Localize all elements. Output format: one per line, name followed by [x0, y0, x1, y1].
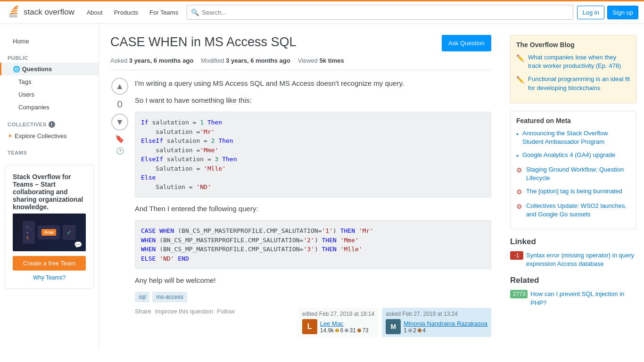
- asker-name-link[interactable]: Minonja Nandraina Razakasoa: [404, 320, 487, 327]
- left-sidebar: Home PUBLIC 🌐 Questions Tags Users Compa…: [0, 24, 99, 348]
- featured-meta-box: Featured on Meta ▪ Announcing the Stack …: [510, 111, 636, 230]
- search-icon: 🔍: [191, 8, 199, 16]
- meta-circle-icon-3: ⚙: [516, 202, 522, 212]
- sidebar-questions[interactable]: 🌐 Questions: [0, 63, 99, 75]
- meta-link-2[interactable]: Google Analytics 4 (GA4) upgrade: [522, 151, 615, 159]
- ask-question-button[interactable]: Ask Question: [442, 35, 491, 51]
- sidebar-users[interactable]: Users: [0, 88, 99, 101]
- linked-title: Linked: [510, 237, 636, 247]
- main-nav: About Products For Teams: [82, 6, 183, 19]
- signup-button[interactable]: Sign up: [607, 6, 638, 19]
- meta-link-1[interactable]: Announcing the Stack Overflow Student Am…: [522, 129, 630, 146]
- history-button[interactable]: 🕐: [116, 147, 124, 155]
- sidebar-collectives-label: COLLECTIVES i: [0, 114, 99, 130]
- question-meta: Asked 3 years, 6 months ago Modified 3 y…: [110, 57, 491, 70]
- asked-time: asked Feb 27, 2019 at 13:24: [386, 311, 487, 317]
- blog-link-2[interactable]: Functional programming is an ideal fit f…: [528, 75, 630, 92]
- pencil-icon-1: ✏️: [516, 54, 524, 63]
- svg-rect-0: [9, 16, 17, 17]
- sidebar-companies[interactable]: Companies: [0, 101, 99, 114]
- meta-link-3[interactable]: Staging Ground Workflow: Question Lifecy…: [526, 165, 630, 182]
- vote-controls: ▲ 0 ▼ 🔖 🕐: [110, 78, 129, 337]
- related-item-1: 2773 How can I prevent SQL injection in …: [510, 290, 636, 307]
- svg-rect-1: [9, 15, 17, 16]
- linked-section: Linked -1 Syntax error (missing operator…: [510, 237, 636, 268]
- logo-icon: [6, 5, 21, 20]
- silver-dot: [345, 329, 348, 332]
- code-block-1: If salutation = 1 Then salutation ='Mr' …: [135, 112, 491, 197]
- main-content: CASE WHEN in MS Access SQL Ask Question …: [99, 24, 503, 348]
- asker-rep: 1 2 4: [404, 327, 487, 334]
- asker-bronze-dot: [418, 329, 421, 332]
- right-sidebar: The Overflow Blog ✏️ What companies lose…: [503, 24, 644, 348]
- edited-time: edited Feb 27, 2019 at 18:14: [302, 311, 374, 317]
- linked-item-1: -1 Syntax error (missing operator) in qu…: [510, 251, 636, 268]
- meta-item-3: ⚙ Staging Ground Workflow: Question Life…: [516, 165, 630, 182]
- bookmark-button[interactable]: 🔖: [115, 134, 124, 143]
- nav-products[interactable]: Products: [109, 6, 143, 19]
- blog-link-1[interactable]: What companies lose when they track work…: [528, 53, 630, 70]
- editor-avatar: L: [302, 319, 317, 334]
- vote-up-button[interactable]: ▲: [111, 78, 128, 95]
- question-text-body: I'm writing a query using MS Access SQL …: [135, 78, 491, 337]
- question-tags: sql ms-access: [135, 292, 491, 302]
- question-paragraph-2: So I want to have something like this:: [135, 95, 491, 106]
- bronze-dot: [357, 329, 361, 332]
- meta-link-5[interactable]: Collectives Update: WSO2 launches, and G…: [526, 202, 630, 219]
- editor-info: L Lee Mac 14.9k 6 31 73: [302, 319, 374, 334]
- svg-rect-2: [10, 13, 17, 14]
- globe-icon: 🌐: [13, 66, 20, 73]
- follow-link[interactable]: Follow: [217, 308, 235, 315]
- tag-sql[interactable]: sql: [135, 292, 149, 302]
- tag-ms-access[interactable]: ms-access: [152, 292, 187, 302]
- editor-rep: 14.9k 6 31 73: [320, 327, 369, 334]
- meta-link-4[interactable]: The [option] tag is being burninated: [526, 187, 622, 196]
- linked-link-1[interactable]: Syntax error (missing operator) in query…: [526, 251, 636, 268]
- pencil-icon-2: ✏️: [516, 75, 524, 85]
- nav-about[interactable]: About: [82, 6, 107, 19]
- meta-item-2: ▪ Google Analytics 4 (GA4) upgrade: [516, 151, 630, 161]
- star-icon: ✦: [8, 132, 13, 140]
- login-button[interactable]: Log in: [577, 6, 604, 19]
- question-body: ▲ 0 ▼ 🔖 🕐 I'm writing a query using MS A…: [110, 78, 491, 337]
- info-icon: i: [49, 121, 55, 128]
- blog-title: The Overflow Blog: [516, 41, 630, 49]
- meta-square-icon-2: ▪: [516, 151, 519, 161]
- gold-dot: [335, 329, 339, 332]
- site-logo[interactable]: stack overflow: [6, 5, 74, 20]
- why-teams-link[interactable]: Why Teams?: [13, 274, 86, 281]
- sidebar-tags[interactable]: Tags: [0, 75, 99, 88]
- teams-promo-image: >_ ~ $ Free ✓ 💬: [13, 214, 86, 251]
- meta-circle-icon-2: ⚙: [516, 188, 522, 197]
- vote-down-button[interactable]: ▼: [111, 114, 128, 131]
- nav-for-teams[interactable]: For Teams: [145, 6, 183, 19]
- sidebar-home[interactable]: Home: [0, 35, 99, 48]
- teams-box-title: Stack Overflow for Teams – Start collabo…: [13, 173, 86, 211]
- search-input[interactable]: [202, 9, 569, 16]
- asker-silver-dot: [408, 329, 412, 332]
- code-block-2: CASE WHEN (BN_CS_MP_MASTERPROFILE.CMP_SA…: [135, 220, 491, 269]
- post-links: Share Improve this question Follow: [135, 308, 235, 315]
- asker-info: M Minonja Nandraina Razakasoa 1 2 4: [386, 319, 487, 334]
- create-team-button[interactable]: Create a free Team: [13, 256, 86, 271]
- linked-score-1: -1: [510, 251, 523, 260]
- editor-name-link[interactable]: Lee Mac: [320, 320, 344, 327]
- question-paragraph-4: Any help will be welcome!: [135, 275, 491, 286]
- auth-buttons: Log in Sign up: [577, 6, 638, 19]
- question-header: CASE WHEN in MS Access SQL Ask Question: [110, 35, 491, 51]
- related-section: Related 2773 How can I prevent SQL injec…: [510, 276, 636, 307]
- sidebar-explore-collectives[interactable]: ✦ Explore Collectives: [0, 130, 99, 142]
- meta-title: Featured on Meta: [516, 117, 630, 124]
- related-link-1[interactable]: How can I prevent SQL injection in PHP?: [530, 290, 636, 307]
- svg-rect-3: [11, 10, 17, 12]
- sidebar-teams-label: TEAMS: [0, 142, 99, 157]
- search-bar: 🔍: [187, 5, 573, 20]
- asker-avatar: M: [386, 319, 401, 334]
- question-paragraph-3: And Then I entered the following query:: [135, 203, 491, 214]
- viewed-label: Viewed 5k times: [298, 57, 344, 64]
- post-actions: Share Improve this question Follow edite…: [135, 308, 491, 337]
- asked-label: Asked 3 years, 6 months ago: [110, 57, 193, 64]
- share-link[interactable]: Share: [135, 308, 151, 315]
- editor-card: edited Feb 27, 2019 at 18:14 L Lee Mac 1…: [298, 308, 378, 337]
- improve-link[interactable]: Improve this question: [155, 308, 214, 315]
